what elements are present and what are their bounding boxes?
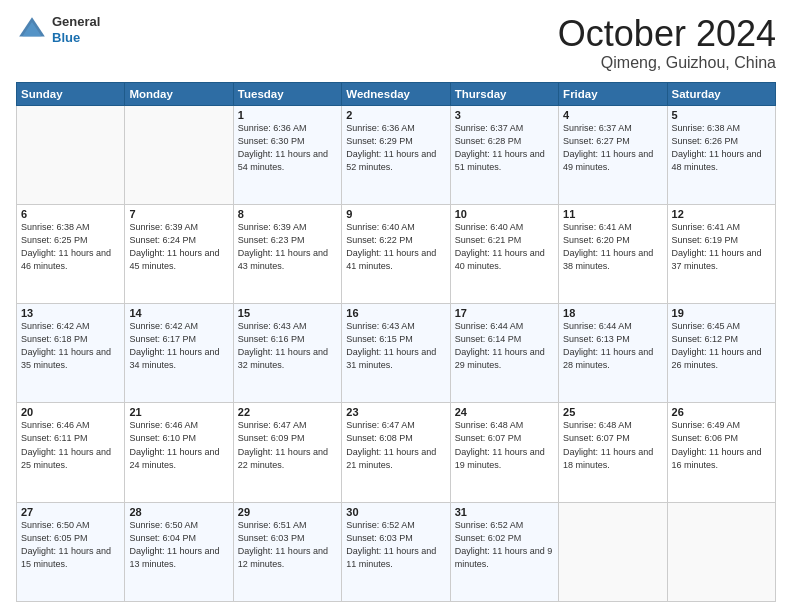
day-info: Sunrise: 6:44 AMSunset: 6:13 PMDaylight:… — [563, 320, 662, 372]
calendar-cell: 26Sunrise: 6:49 AMSunset: 6:06 PMDayligh… — [667, 403, 775, 502]
calendar-cell: 9Sunrise: 6:40 AMSunset: 6:22 PMDaylight… — [342, 204, 450, 303]
day-info: Sunrise: 6:37 AMSunset: 6:28 PMDaylight:… — [455, 122, 554, 174]
day-number: 17 — [455, 307, 554, 319]
calendar-cell: 19Sunrise: 6:45 AMSunset: 6:12 PMDayligh… — [667, 304, 775, 403]
day-info: Sunrise: 6:38 AMSunset: 6:26 PMDaylight:… — [672, 122, 771, 174]
calendar-cell — [17, 105, 125, 204]
calendar-cell: 2Sunrise: 6:36 AMSunset: 6:29 PMDaylight… — [342, 105, 450, 204]
logo-blue-text: Blue — [52, 30, 100, 46]
day-info: Sunrise: 6:45 AMSunset: 6:12 PMDaylight:… — [672, 320, 771, 372]
weekday-header: Sunday — [17, 82, 125, 105]
day-number: 12 — [672, 208, 771, 220]
calendar-cell: 23Sunrise: 6:47 AMSunset: 6:08 PMDayligh… — [342, 403, 450, 502]
day-number: 4 — [563, 109, 662, 121]
day-number: 15 — [238, 307, 337, 319]
day-number: 8 — [238, 208, 337, 220]
calendar-cell: 30Sunrise: 6:52 AMSunset: 6:03 PMDayligh… — [342, 502, 450, 601]
calendar-cell: 6Sunrise: 6:38 AMSunset: 6:25 PMDaylight… — [17, 204, 125, 303]
day-number: 10 — [455, 208, 554, 220]
day-info: Sunrise: 6:42 AMSunset: 6:18 PMDaylight:… — [21, 320, 120, 372]
day-info: Sunrise: 6:46 AMSunset: 6:10 PMDaylight:… — [129, 419, 228, 471]
day-number: 13 — [21, 307, 120, 319]
calendar-cell: 21Sunrise: 6:46 AMSunset: 6:10 PMDayligh… — [125, 403, 233, 502]
calendar-week-row: 20Sunrise: 6:46 AMSunset: 6:11 PMDayligh… — [17, 403, 776, 502]
calendar-cell: 22Sunrise: 6:47 AMSunset: 6:09 PMDayligh… — [233, 403, 341, 502]
calendar-cell: 7Sunrise: 6:39 AMSunset: 6:24 PMDaylight… — [125, 204, 233, 303]
day-number: 18 — [563, 307, 662, 319]
day-number: 14 — [129, 307, 228, 319]
day-info: Sunrise: 6:38 AMSunset: 6:25 PMDaylight:… — [21, 221, 120, 273]
day-number: 20 — [21, 406, 120, 418]
page: General Blue October 2024 Qimeng, Guizho… — [0, 0, 792, 612]
calendar-cell: 15Sunrise: 6:43 AMSunset: 6:16 PMDayligh… — [233, 304, 341, 403]
weekday-header: Saturday — [667, 82, 775, 105]
day-info: Sunrise: 6:48 AMSunset: 6:07 PMDaylight:… — [455, 419, 554, 471]
calendar-cell: 3Sunrise: 6:37 AMSunset: 6:28 PMDaylight… — [450, 105, 558, 204]
calendar-cell: 11Sunrise: 6:41 AMSunset: 6:20 PMDayligh… — [559, 204, 667, 303]
calendar-cell: 8Sunrise: 6:39 AMSunset: 6:23 PMDaylight… — [233, 204, 341, 303]
day-number: 5 — [672, 109, 771, 121]
calendar-cell: 13Sunrise: 6:42 AMSunset: 6:18 PMDayligh… — [17, 304, 125, 403]
day-info: Sunrise: 6:51 AMSunset: 6:03 PMDaylight:… — [238, 519, 337, 571]
calendar-cell: 25Sunrise: 6:48 AMSunset: 6:07 PMDayligh… — [559, 403, 667, 502]
day-number: 16 — [346, 307, 445, 319]
calendar-cell: 16Sunrise: 6:43 AMSunset: 6:15 PMDayligh… — [342, 304, 450, 403]
weekday-header: Tuesday — [233, 82, 341, 105]
day-info: Sunrise: 6:37 AMSunset: 6:27 PMDaylight:… — [563, 122, 662, 174]
weekday-header: Wednesday — [342, 82, 450, 105]
calendar-cell: 28Sunrise: 6:50 AMSunset: 6:04 PMDayligh… — [125, 502, 233, 601]
logo-general-text: General — [52, 14, 100, 30]
title-block: October 2024 Qimeng, Guizhou, China — [558, 14, 776, 72]
day-number: 3 — [455, 109, 554, 121]
day-number: 28 — [129, 506, 228, 518]
calendar-cell: 1Sunrise: 6:36 AMSunset: 6:30 PMDaylight… — [233, 105, 341, 204]
day-info: Sunrise: 6:36 AMSunset: 6:29 PMDaylight:… — [346, 122, 445, 174]
calendar-week-row: 13Sunrise: 6:42 AMSunset: 6:18 PMDayligh… — [17, 304, 776, 403]
logo-icon — [16, 14, 48, 46]
day-info: Sunrise: 6:48 AMSunset: 6:07 PMDaylight:… — [563, 419, 662, 471]
weekday-header: Monday — [125, 82, 233, 105]
calendar-cell: 5Sunrise: 6:38 AMSunset: 6:26 PMDaylight… — [667, 105, 775, 204]
day-number: 27 — [21, 506, 120, 518]
day-number: 6 — [21, 208, 120, 220]
calendar-cell: 17Sunrise: 6:44 AMSunset: 6:14 PMDayligh… — [450, 304, 558, 403]
day-info: Sunrise: 6:40 AMSunset: 6:22 PMDaylight:… — [346, 221, 445, 273]
day-info: Sunrise: 6:36 AMSunset: 6:30 PMDaylight:… — [238, 122, 337, 174]
calendar-week-row: 27Sunrise: 6:50 AMSunset: 6:05 PMDayligh… — [17, 502, 776, 601]
day-number: 23 — [346, 406, 445, 418]
day-number: 9 — [346, 208, 445, 220]
day-number: 25 — [563, 406, 662, 418]
day-info: Sunrise: 6:50 AMSunset: 6:05 PMDaylight:… — [21, 519, 120, 571]
calendar-table: SundayMondayTuesdayWednesdayThursdayFrid… — [16, 82, 776, 602]
calendar-cell: 12Sunrise: 6:41 AMSunset: 6:19 PMDayligh… — [667, 204, 775, 303]
day-info: Sunrise: 6:41 AMSunset: 6:19 PMDaylight:… — [672, 221, 771, 273]
calendar-cell — [667, 502, 775, 601]
calendar-cell: 24Sunrise: 6:48 AMSunset: 6:07 PMDayligh… — [450, 403, 558, 502]
calendar-cell — [125, 105, 233, 204]
day-number: 19 — [672, 307, 771, 319]
calendar-cell: 31Sunrise: 6:52 AMSunset: 6:02 PMDayligh… — [450, 502, 558, 601]
day-info: Sunrise: 6:50 AMSunset: 6:04 PMDaylight:… — [129, 519, 228, 571]
day-info: Sunrise: 6:52 AMSunset: 6:02 PMDaylight:… — [455, 519, 554, 571]
day-info: Sunrise: 6:43 AMSunset: 6:15 PMDaylight:… — [346, 320, 445, 372]
weekday-header: Friday — [559, 82, 667, 105]
day-number: 1 — [238, 109, 337, 121]
day-number: 26 — [672, 406, 771, 418]
calendar-week-row: 6Sunrise: 6:38 AMSunset: 6:25 PMDaylight… — [17, 204, 776, 303]
day-number: 21 — [129, 406, 228, 418]
calendar-cell: 4Sunrise: 6:37 AMSunset: 6:27 PMDaylight… — [559, 105, 667, 204]
day-number: 24 — [455, 406, 554, 418]
logo: General Blue — [16, 14, 100, 46]
day-number: 22 — [238, 406, 337, 418]
calendar-week-row: 1Sunrise: 6:36 AMSunset: 6:30 PMDaylight… — [17, 105, 776, 204]
day-info: Sunrise: 6:47 AMSunset: 6:09 PMDaylight:… — [238, 419, 337, 471]
calendar-cell: 29Sunrise: 6:51 AMSunset: 6:03 PMDayligh… — [233, 502, 341, 601]
month-title: October 2024 — [558, 14, 776, 54]
day-info: Sunrise: 6:46 AMSunset: 6:11 PMDaylight:… — [21, 419, 120, 471]
weekday-header: Thursday — [450, 82, 558, 105]
day-info: Sunrise: 6:49 AMSunset: 6:06 PMDaylight:… — [672, 419, 771, 471]
day-info: Sunrise: 6:40 AMSunset: 6:21 PMDaylight:… — [455, 221, 554, 273]
calendar-cell — [559, 502, 667, 601]
day-info: Sunrise: 6:41 AMSunset: 6:20 PMDaylight:… — [563, 221, 662, 273]
day-info: Sunrise: 6:47 AMSunset: 6:08 PMDaylight:… — [346, 419, 445, 471]
